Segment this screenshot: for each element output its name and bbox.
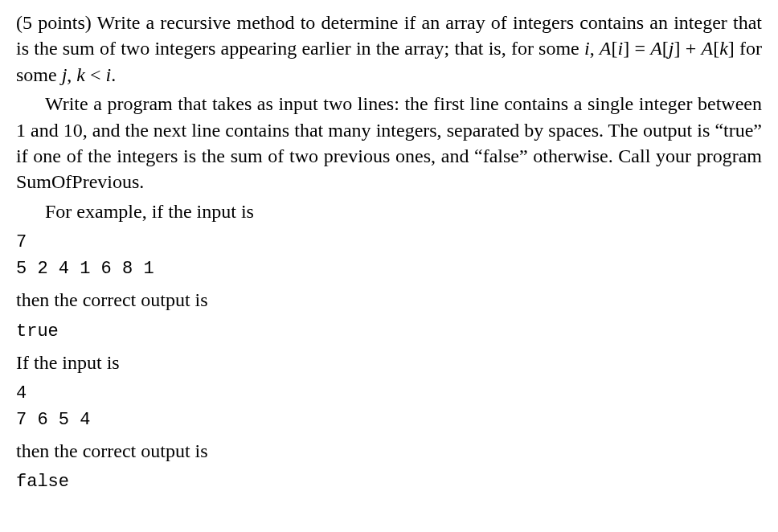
text-example-intro: For example, if the input is <box>45 201 254 222</box>
example-2-input: 4 7 6 5 4 <box>16 380 762 433</box>
paragraph-5: If the input is <box>16 350 762 375</box>
math-var-k2: k <box>76 64 85 85</box>
math-bracket-close: ] <box>623 38 629 59</box>
example-1-input: 7 5 2 4 1 6 8 1 <box>16 229 762 282</box>
math-var-k: k <box>719 38 728 59</box>
math-A3: A <box>701 38 713 59</box>
math-var-j: j <box>669 38 674 59</box>
example-2-line-2: 7 6 5 4 <box>16 407 762 433</box>
math-bracket-close-3: ] <box>728 38 735 59</box>
text-output-label-2: then the correct output is <box>16 440 208 461</box>
text-input-label-2: If the input is <box>16 352 120 373</box>
math-lt: < <box>85 64 106 85</box>
example-1-line-1: 7 <box>16 229 762 256</box>
example-1-output: true <box>16 318 762 345</box>
example-1-output-value: true <box>16 318 762 345</box>
paragraph-1: (5 points) Write a recursive method to d… <box>16 10 762 88</box>
math-plus: + <box>681 38 702 59</box>
math-bracket-open-3: [ <box>713 38 719 59</box>
example-2-output: false <box>16 469 762 495</box>
math-bracket-open-2: [ <box>662 38 669 59</box>
text-program-desc: Write a program that takes as input two … <box>16 93 762 192</box>
math-eq: = <box>629 38 650 59</box>
text-period: . <box>111 64 116 85</box>
paragraph-2: Write a program that takes as input two … <box>16 91 762 195</box>
math-A1: A <box>600 38 612 59</box>
example-2-output-value: false <box>16 469 762 495</box>
math-A2: A <box>650 38 662 59</box>
math-bracket-close-2: ] <box>674 38 681 59</box>
paragraph-6: then the correct output is <box>16 438 762 464</box>
text-output-label-1: then the correct output is <box>16 289 208 310</box>
paragraph-4: then the correct output is <box>16 287 762 313</box>
math-comma: , <box>67 64 76 85</box>
text-comma: , <box>590 38 600 59</box>
example-1-line-2: 5 2 4 1 6 8 1 <box>16 256 762 282</box>
example-2-line-1: 4 <box>16 380 762 407</box>
math-var-i: i <box>584 38 590 59</box>
paragraph-3: For example, if the input is <box>16 198 762 224</box>
math-bracket-open: [ <box>612 38 618 59</box>
